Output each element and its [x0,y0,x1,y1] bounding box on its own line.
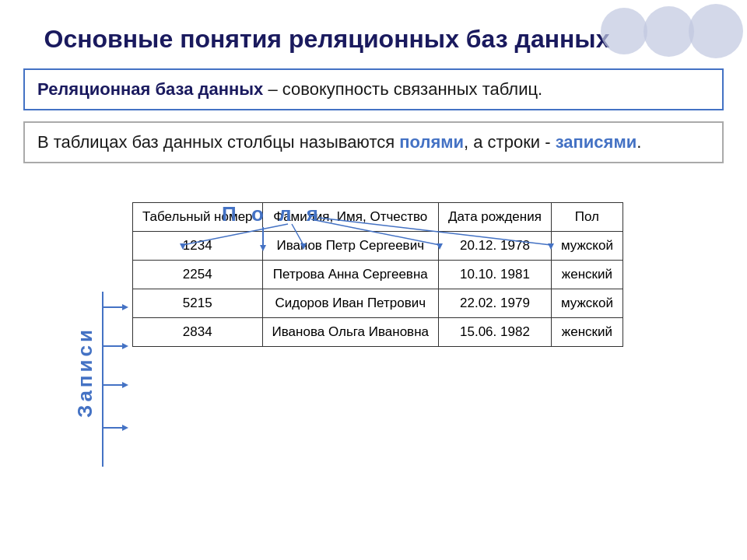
cell-2-0: 5215 [133,289,263,318]
diagram-area: П о л я [70,202,724,482]
deco-circle-1 [689,4,743,58]
table-row: 2254Петрова Анна Сергеевна10.10. 1981жен… [133,261,623,289]
cell-0-1: Иванов Петр Сергеевич [262,232,438,261]
info-text-3: . [637,132,641,152]
records-label-wrapper: Записи [73,327,97,421]
slide: Основные понятия реляционных баз данных … [0,0,747,560]
table-row: 5215Сидоров Иван Петрович22.02. 1979мужс… [133,289,623,318]
cell-3-0: 2834 [133,318,263,347]
deco-circle-2 [644,6,694,57]
records-word: записями [556,132,637,152]
svg-marker-12 [122,304,128,310]
table-row: 1234Иванов Петр Сергеевич20.12. 1978мужс… [133,232,623,261]
cell-3-2: 15.06. 1982 [438,318,551,347]
fields-word: полями [399,132,464,152]
table-header-row: Табельный номер Фамилия, Имя, Отчество Д… [133,203,623,232]
cell-1-2: 10.10. 1981 [438,261,551,289]
database-table: Табельный номер Фамилия, Имя, Отчество Д… [132,202,623,347]
deco-circle-3 [601,8,647,54]
definition-box: Реляционная база данных – совокупность с… [23,68,724,110]
cell-2-1: Сидоров Иван Петрович [262,289,438,318]
table-container: Табельный номер Фамилия, Имя, Отчество Д… [132,202,724,347]
svg-marker-16 [122,382,128,388]
info-text-1: В таблицах баз данных столбцы называются [37,132,399,152]
svg-marker-14 [122,343,128,349]
definition-term: Реляционная база данных [37,79,263,99]
cell-2-3: мужской [551,289,622,318]
fields-label: П о л я [222,202,323,226]
cell-0-2: 20.12. 1978 [438,232,551,261]
records-label: Записи [73,327,97,418]
cell-0-0: 1234 [133,232,263,261]
cell-1-3: женский [551,261,622,289]
table-row: 2834Иванова Ольга Ивановна15.06. 1982жен… [133,318,623,347]
svg-marker-18 [122,425,128,431]
info-box: В таблицах баз данных столбцы называются… [23,121,724,164]
definition-dash: – [263,79,282,99]
cell-3-3: женский [551,318,622,347]
col-header-3: Пол [551,203,622,232]
cell-2-2: 22.02. 1979 [438,289,551,318]
cell-1-1: Петрова Анна Сергеевна [262,261,438,289]
col-header-2: Дата рождения [438,203,551,232]
cell-0-3: мужской [551,232,622,261]
cell-1-0: 2254 [133,261,263,289]
definition-rest: совокупность связанных таблиц. [282,79,542,99]
decorative-circles [576,0,747,62]
cell-3-1: Иванова Ольга Ивановна [262,318,438,347]
info-text-2: , а строки - [464,132,556,152]
